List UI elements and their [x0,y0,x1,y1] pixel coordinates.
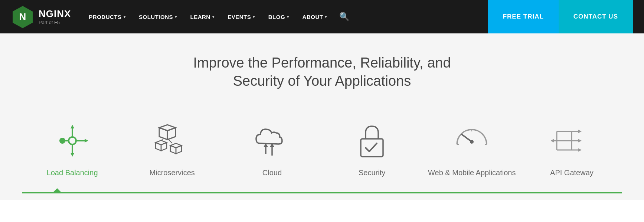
svg-marker-13 [167,128,176,140]
free-trial-button[interactable]: FREE TRIAL [488,0,559,33]
svg-marker-17 [170,143,182,148]
logo-nginx-text: NGINX [39,8,71,20]
security-icon [352,120,392,161]
features-icons-row: Load Balancing Microservices [0,117,644,189]
hero-section: Improve the Performance, Reliability, an… [0,33,644,117]
svg-marker-44 [551,139,554,143]
svg-marker-40 [578,139,582,143]
feature-load-balancing[interactable]: Load Balancing [22,120,122,177]
svg-marker-5 [85,139,88,143]
svg-line-27 [462,134,472,142]
nav-blog[interactable]: BLOG ▾ [262,0,296,33]
svg-marker-15 [156,143,161,151]
svg-marker-42 [578,148,582,152]
api-gateway-icon [551,120,592,161]
svg-marker-16 [161,143,167,151]
svg-line-21 [169,140,172,143]
svg-marker-12 [159,128,167,140]
logo-sub-text: Part of F5 [39,20,71,25]
chevron-down-icon: ▾ [175,15,177,19]
nginx-logo-icon: N [11,5,34,28]
logo[interactable]: N NGINX Part of F5 [11,5,71,28]
feature-web-mobile[interactable]: Web & Mobile Applications [422,120,522,177]
svg-marker-11 [159,125,176,131]
feature-label: Cloud [262,168,282,177]
chevron-down-icon: ▾ [253,15,255,19]
feature-label: Load Balancing [47,168,98,177]
chevron-down-icon: ▾ [287,15,289,19]
nav-cta-buttons: FREE TRIAL CONTACT US [488,0,633,33]
web-mobile-icon [451,120,492,161]
feature-label: API Gateway [550,168,594,177]
search-icon[interactable]: 🔍 [334,12,355,22]
chevron-down-icon: ▾ [325,15,327,19]
nav-learn[interactable]: LEARN ▾ [184,0,221,33]
nav-solutions[interactable]: SOLUTIONS ▾ [132,0,184,33]
microservices-icon [152,120,193,161]
feature-api-gateway[interactable]: API Gateway [522,120,622,177]
nav-about[interactable]: ABOUT ▾ [296,0,334,33]
svg-line-20 [161,140,163,140]
svg-marker-38 [578,130,582,133]
feature-label: Security [359,168,385,177]
nav-events[interactable]: EVENTS ▾ [221,0,262,33]
svg-marker-9 [71,153,74,157]
feature-security[interactable]: Security [322,120,422,177]
svg-point-28 [470,140,474,144]
svg-marker-18 [170,146,176,154]
chevron-down-icon: ▾ [212,15,215,19]
svg-marker-19 [176,146,182,154]
feature-cloud[interactable]: Cloud [222,120,322,177]
cloud-icon [252,120,292,161]
svg-text:N: N [19,11,26,22]
nav-products[interactable]: PRODUCTS ▾ [82,0,132,33]
chevron-down-icon: ▾ [124,15,126,19]
contact-us-button[interactable]: CONTACT US [559,0,633,33]
feature-label: Web & Mobile Applications [428,168,516,177]
load-balancing-icon [52,120,93,161]
navbar: N NGINX Part of F5 PRODUCTS ▾ SOLUTIONS … [0,0,644,33]
feature-microservices[interactable]: Microservices [122,120,222,177]
svg-point-2 [69,137,76,144]
feature-label: Microservices [150,168,195,177]
hero-title: Improve the Performance, Reliability, an… [7,54,637,91]
svg-point-3 [59,138,65,144]
svg-marker-7 [71,125,74,128]
nav-links: PRODUCTS ▾ SOLUTIONS ▾ LEARN ▾ EVENTS ▾ … [82,0,488,33]
svg-marker-14 [156,140,167,145]
